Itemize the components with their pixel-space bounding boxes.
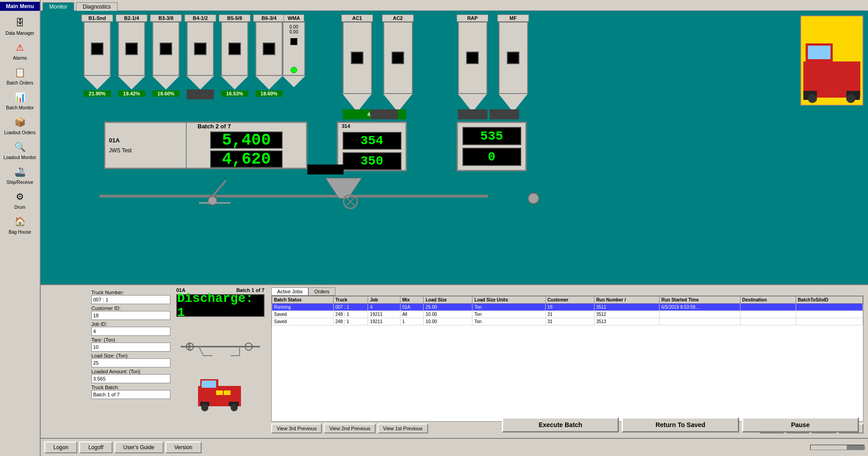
bin-b4-pct-empty	[187, 89, 214, 99]
col-batch-status: Batch Status	[272, 296, 334, 304]
col-destination: Destination	[740, 296, 796, 304]
jobs-panel: Active Jobs Orders Batch Status Truck Jo…	[271, 287, 863, 433]
load-size-row: Load Size: (Ton) 25	[91, 353, 170, 367]
sidebar-item-ship-receive[interactable]: 🚢 Ship/Receive	[1, 163, 39, 186]
view-2nd-previous-button[interactable]: View 2nd Previous	[324, 423, 376, 433]
bin-ac1-window	[351, 52, 363, 64]
wma-bottom	[283, 76, 305, 87]
load-size-label: Load Size: (Ton)	[91, 353, 170, 358]
bin-ac2-window	[392, 52, 404, 64]
batch-text: Batch 2 of 7	[198, 123, 231, 130]
table-row[interactable]: Saved248 : 119211110.00Ton313513	[272, 318, 863, 325]
logon-button[interactable]: Logon	[44, 442, 77, 453]
tare-row: Tare: (Ton) 10	[91, 337, 170, 352]
statusbar: Logon Logoff User's Guide Version	[41, 438, 868, 456]
load-size-value: 25	[91, 358, 170, 367]
view-1st-previous-button[interactable]: View 1st Previous	[377, 423, 428, 433]
bin-b1-snd-label: B1-Snd	[81, 14, 113, 22]
bin-b2-label: B2-1/4	[116, 14, 147, 22]
return-to-saved-button[interactable]: Return To Saved	[622, 417, 739, 432]
execute-batch-button[interactable]: Execute Batch	[502, 417, 619, 432]
batch-orders-icon: 📋	[12, 64, 28, 80]
bin-b4-window	[194, 42, 207, 55]
version-button[interactable]: Version	[165, 442, 202, 453]
sidebar-item-data-manager[interactable]: 🗄 Data Manager	[1, 14, 39, 37]
col-customer: Customer	[545, 296, 594, 304]
sidebar-item-alarms[interactable]: ⚠ Alarms	[1, 38, 39, 61]
topbar: Monitor Diagnostics	[41, 0, 868, 11]
svg-point-9	[208, 196, 217, 205]
bin-mf-body	[499, 22, 528, 94]
truck-number-row: Truck Number: 007 : 1	[91, 290, 170, 304]
bin-b4-label: B4-1/2	[184, 14, 216, 22]
tab-active-jobs[interactable]: Active Jobs	[271, 287, 308, 296]
green-indicator	[291, 67, 297, 73]
svg-point-31	[201, 404, 208, 411]
col-mix: Mix	[400, 296, 424, 304]
loaded-amount-value: 3.565	[91, 374, 170, 383]
truck-batch-value: Batch 1 of 7	[91, 390, 170, 399]
bin-b3-body	[152, 22, 179, 76]
rap-display-box: 535 0	[457, 122, 527, 171]
tab-monitor[interactable]: Monitor	[42, 2, 74, 11]
sidebar-label-batch-orders: Batch Orders	[7, 80, 33, 85]
bin-b4-body	[187, 22, 214, 76]
bottom-panel: Truck Number: 007 : 1 Customer ID: 18 Jo…	[41, 284, 868, 438]
ship-receive-icon: 🚢	[12, 164, 28, 180]
sidebar-label-loadout-orders: Loadout Orders	[4, 130, 36, 135]
wma-body: 0.00 0.00	[283, 22, 305, 76]
loadout-orders-icon: 📦	[12, 114, 28, 130]
pause-button[interactable]: Pause	[742, 417, 859, 432]
data-manager-icon: 🗄	[12, 14, 28, 31]
bin-b2-pct: 19.42%	[118, 90, 145, 97]
bin-b2: B2-1/4 19.42%	[116, 14, 147, 99]
bin-b1-snd-window	[91, 42, 104, 55]
customer-id-label: Customer ID:	[91, 306, 170, 311]
mf-pct-bar	[490, 109, 519, 119]
sidebar-item-loadout-orders[interactable]: 📦 Loadout Orders	[1, 113, 39, 136]
view-3rd-previous-button[interactable]: View 3rd Previous	[271, 423, 322, 433]
sidebar-item-batch-monitor[interactable]: 📊 Batch Monitor	[1, 88, 39, 111]
bin-b2-bottom	[118, 76, 145, 89]
sidebar-item-batch-orders[interactable]: 📋 Batch Orders	[1, 63, 39, 86]
main-scale-box: 01A JWS Test Batch 2 of 7 5,400 4,620	[104, 122, 307, 169]
customer-id-value: 18	[91, 311, 170, 320]
col-load-size: Load Size	[424, 296, 472, 304]
bin-b1-snd-bottom	[84, 76, 111, 89]
bin-b1-snd-pct: 21.90%	[84, 90, 111, 97]
sidebar-item-loadout-monitor[interactable]: 🔍 Loadout Monitor	[1, 138, 39, 161]
sidebar: Main Menu 🗄 Data Manager ⚠ Alarms 📋 Batc…	[0, 0, 41, 456]
drum-icon: ⚙	[12, 188, 28, 205]
truck-conveyor-svg	[176, 320, 264, 374]
sidebar-label-loadout-monitor: Loadout Monitor	[4, 155, 36, 160]
ac-display-box: 314 354 350	[337, 122, 407, 171]
bin-b5-window	[228, 42, 241, 55]
truck-number-label: Truck Number:	[91, 290, 170, 295]
sidebar-item-drum[interactable]: ⚙ Drum	[1, 188, 39, 211]
bin-mf-label: MF	[497, 14, 529, 22]
ac2-pct-bar	[371, 109, 398, 119]
logoff-button[interactable]: Logoff	[79, 442, 112, 453]
col-batch-silo: BatchToSiloID	[796, 296, 863, 304]
bin-ac1-label: AC1	[341, 14, 373, 22]
main-area: B1-Snd 21.90% B2-1/4 19.42% B3-3/8 18.60…	[41, 11, 868, 456]
svg-rect-33	[216, 390, 223, 395]
loaded-amount-row: Loaded Amount: (Ton) 3.565	[91, 369, 170, 383]
bin-b4: B4-1/2	[184, 14, 216, 99]
sidebar-label-data-manager: Data Manager	[5, 31, 34, 36]
sidebar-label-bag-house: Bag House	[9, 230, 31, 235]
sidebar-item-bag-house[interactable]: 🏠 Bag House	[1, 212, 39, 235]
scale-black-display	[307, 165, 344, 174]
table-row[interactable]: Saved248 : 119211All10.00Ton313512	[272, 311, 863, 318]
rap-display-actual: 0	[462, 148, 521, 166]
table-row[interactable]: Running007 : 1401A25.00Ton1835116/5/2019…	[272, 304, 863, 311]
bin-ac2: AC2	[382, 14, 414, 112]
sidebar-label-ship-receive: Ship/Receive	[7, 180, 33, 185]
users-guide-button[interactable]: User's Guide	[114, 442, 164, 453]
tab-orders[interactable]: Orders	[308, 287, 335, 296]
scale-info: 01A JWS Test	[105, 123, 187, 168]
bin-ac2-label: AC2	[382, 14, 414, 22]
bin-b3-bottom	[152, 76, 179, 89]
tab-diagnostics[interactable]: Diagnostics	[76, 2, 118, 11]
sidebar-title: Main Menu	[0, 2, 40, 11]
